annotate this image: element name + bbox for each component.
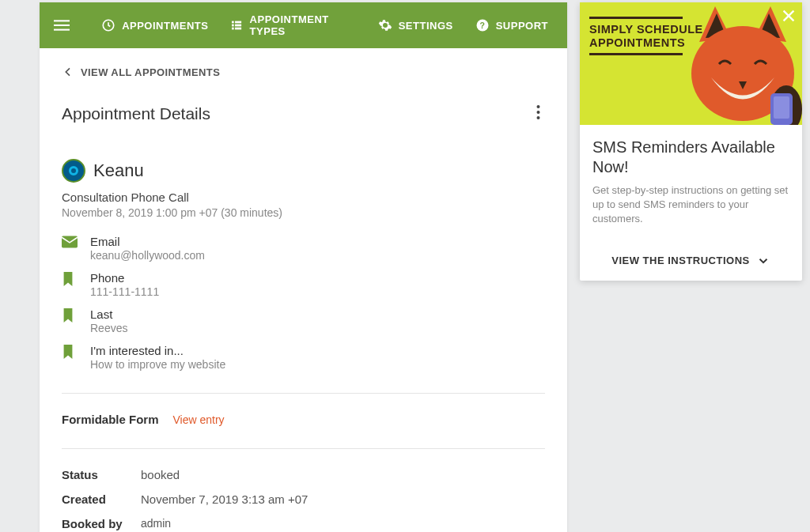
breadcrumb-back[interactable]: VIEW ALL APPOINTMENTS [62, 66, 545, 78]
promo-close-button[interactable] [780, 7, 797, 28]
field-value: 111-111-1111 [90, 285, 159, 298]
more-vertical-icon [536, 105, 540, 119]
svg-rect-5 [235, 21, 241, 24]
list-icon [230, 18, 243, 32]
svg-rect-0 [54, 20, 70, 21]
promo-body: SMS Reminders Available Now! Get step-by… [580, 125, 802, 244]
bookmark-icon [62, 308, 79, 326]
meta-status: Status booked [62, 468, 545, 481]
breadcrumb-label: VIEW ALL APPOINTMENTS [81, 66, 220, 78]
svg-rect-4 [232, 21, 234, 24]
svg-rect-2 [54, 29, 70, 31]
meta-value: November 7, 2019 3:13 am +07 [141, 492, 308, 506]
meta-created: Created November 7, 2019 3:13 am +07 [62, 492, 545, 506]
meta-label: Status [62, 468, 141, 481]
avatar-icon [69, 166, 78, 175]
meta-label: Booked by [62, 517, 141, 530]
field-email: Email keanu@hollywood.com [62, 235, 545, 262]
field-last: Last Reeves [62, 308, 545, 334]
divider [62, 448, 545, 449]
chevron-down-icon [756, 254, 770, 268]
nav-appointments[interactable]: APPOINTMENTS [90, 2, 219, 48]
gear-icon [378, 18, 392, 32]
page-title: Appointment Details [62, 104, 210, 123]
promo-title: SMS Reminders Available Now! [592, 138, 789, 177]
field-value: keanu@hollywood.com [90, 249, 205, 262]
field-label: Last [90, 308, 127, 321]
appointment-type: Consultation Phone Call [62, 191, 545, 204]
field-value: How to improve my website [90, 358, 225, 371]
nav-label: APPOINTMENTS [122, 20, 208, 32]
promo-action-button[interactable]: VIEW THE INSTRUCTIONS [580, 244, 802, 281]
field-label: Phone [90, 271, 159, 285]
more-options-button[interactable] [532, 100, 545, 127]
svg-text:?: ? [479, 21, 485, 30]
svg-rect-1 [54, 25, 70, 26]
main-panel: APPOINTMENTS APPOINTMENT TYPES SETTINGS … [40, 2, 567, 532]
svg-rect-19 [774, 96, 789, 119]
nav-support[interactable]: ? SUPPORT [464, 2, 559, 48]
chevron-left-icon [62, 66, 74, 78]
close-icon [780, 7, 797, 25]
view-entry-link[interactable]: View entry [173, 413, 225, 426]
svg-rect-8 [232, 28, 234, 30]
divider [62, 393, 545, 394]
section-title: Formidable Form [62, 413, 159, 426]
customer-row: Keanu [62, 159, 545, 183]
help-icon: ? [475, 18, 490, 32]
nav-settings[interactable]: SETTINGS [367, 2, 464, 48]
appointment-time: November 8, 2019 1:00 pm +07 (30 minutes… [62, 206, 545, 219]
svg-point-13 [537, 111, 540, 114]
nav-appointment-types[interactable]: APPOINTMENT TYPES [219, 2, 366, 48]
bookmark-icon [62, 272, 79, 289]
nav-label: APPOINTMENT TYPES [250, 13, 356, 37]
hamburger-menu-button[interactable] [47, 9, 76, 41]
field-value: Reeves [90, 322, 127, 334]
meta-label: Created [62, 492, 141, 506]
nav-label: SETTINGS [399, 20, 453, 32]
field-interest: I'm interested in... How to improve my w… [62, 344, 545, 371]
promo-card: SIMPLY SCHEDULE APPOINTMENTS SMS Reminde… [580, 2, 802, 281]
title-row: Appointment Details [62, 100, 545, 127]
svg-rect-6 [232, 25, 234, 27]
promo-description: Get step-by-step instructions on getting… [592, 183, 789, 227]
topbar: APPOINTMENTS APPOINTMENT TYPES SETTINGS … [40, 2, 567, 48]
booked-by-link[interactable]: admin [141, 517, 171, 530]
field-phone: Phone 111-111-1111 [62, 271, 545, 298]
content-area: VIEW ALL APPOINTMENTS Appointment Detail… [40, 48, 567, 532]
email-icon [62, 236, 79, 251]
promo-action-label: VIEW THE INSTRUCTIONS [611, 255, 749, 266]
meta-value: booked [141, 468, 180, 481]
svg-rect-9 [235, 28, 241, 30]
svg-rect-7 [235, 25, 241, 27]
field-label: Email [90, 235, 205, 248]
form-section: Formidable Form View entry [62, 413, 545, 426]
field-label: I'm interested in... [90, 344, 225, 357]
bookmark-icon [62, 345, 79, 362]
svg-point-14 [537, 116, 540, 119]
promo-header: SIMPLY SCHEDULE APPOINTMENTS [580, 2, 802, 125]
clock-icon [101, 18, 115, 32]
nav-label: SUPPORT [496, 20, 548, 32]
avatar [62, 159, 85, 183]
meta-booked-by: Booked by admin [62, 517, 545, 530]
hamburger-icon [54, 17, 70, 33]
customer-name: Keanu [93, 160, 144, 181]
svg-point-12 [537, 105, 540, 108]
